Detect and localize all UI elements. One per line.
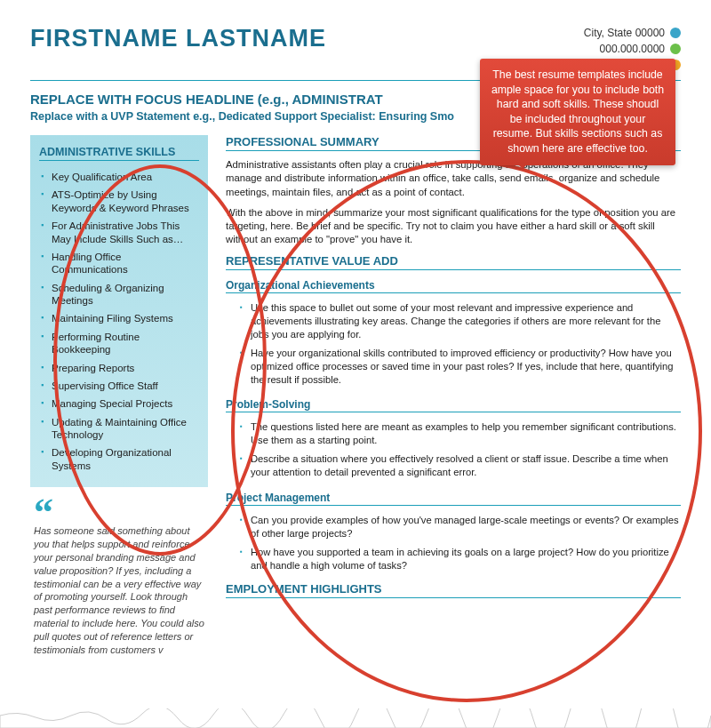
skill-item: For Administrative Jobs This May Include… [39, 217, 199, 248]
skill-item: Maintaining Filing Systems [39, 309, 199, 327]
two-column-layout: ADMINISTRATIVE SKILLS Key Qualification … [30, 135, 681, 657]
skills-heading: ADMINISTRATIVE SKILLS [39, 146, 199, 161]
value-bullet: How have you supported a team in achievi… [240, 543, 681, 575]
skill-item: Developing Organizational Systems [39, 444, 199, 475]
skill-item: Updating & Maintaining Office Technology [39, 413, 199, 444]
skill-item: Handling Office Communications [39, 248, 199, 279]
torn-edge [0, 708, 711, 728]
location-text: City, State 00000 [584, 25, 665, 41]
value-bullets: Can you provide examples of how you've m… [226, 511, 681, 575]
skill-item: Scheduling & Organizing Meetings [39, 279, 199, 310]
value-add-heading: REPRESENTATIVE VALUE ADD [226, 254, 681, 270]
quote-mark-icon: “ [34, 501, 204, 519]
candidate-name: FIRSTNAME LASTNAME [30, 25, 326, 52]
employment-heading: EMPLOYMENT HIGHLIGHTS [226, 582, 681, 598]
skill-item: Supervising Office Staff [39, 377, 199, 395]
sidebar: ADMINISTRATIVE SKILLS Key Qualification … [30, 135, 208, 657]
contact-location: City, State 00000 [558, 25, 681, 41]
skill-item: Preparing Reports [39, 359, 199, 377]
contact-phone: 000.000.0000 [558, 41, 681, 57]
summary-p2: With the above in mind, summarize your m… [226, 206, 681, 247]
skill-item: ATS-Optimize by Using Keywords & Keyword… [39, 186, 199, 217]
value-bullet: Use this space to bullet out some of you… [240, 299, 681, 344]
annotation-callout: The best resume templates include ample … [480, 59, 675, 165]
value-subheading: Problem-Solving [226, 398, 681, 412]
value-bullets: Use this space to bullet out some of you… [226, 299, 681, 390]
location-icon [670, 28, 681, 38]
value-bullets: The questions listed here are meant as e… [226, 418, 681, 482]
testimonial-block: “ Has someone said something about you t… [30, 501, 208, 656]
skill-item: Key Qualification Area [39, 168, 199, 186]
skill-item: Managing Special Projects [39, 395, 199, 412]
skills-box: ADMINISTRATIVE SKILLS Key Qualification … [30, 135, 208, 487]
value-bullet: Describe a situation where you effective… [240, 450, 681, 482]
skills-list: Key Qualification Area ATS-Optimize by U… [39, 168, 199, 475]
phone-icon [670, 44, 681, 54]
testimonial-text: Has someone said something about you tha… [34, 524, 204, 656]
phone-text: 000.000.0000 [600, 41, 665, 57]
value-bullet: Have your organizational skills contribu… [240, 344, 681, 389]
value-subheading: Project Management [226, 492, 681, 506]
value-bullet: Can you provide examples of how you've m… [240, 511, 681, 543]
main-column: PROFESSIONAL SUMMARY Administrative assi… [226, 135, 681, 657]
skill-item: Performing Routine Bookkeeping [39, 328, 199, 359]
value-subheading: Organizational Achievements [226, 279, 681, 293]
value-bullet: The questions listed here are meant as e… [240, 418, 681, 450]
